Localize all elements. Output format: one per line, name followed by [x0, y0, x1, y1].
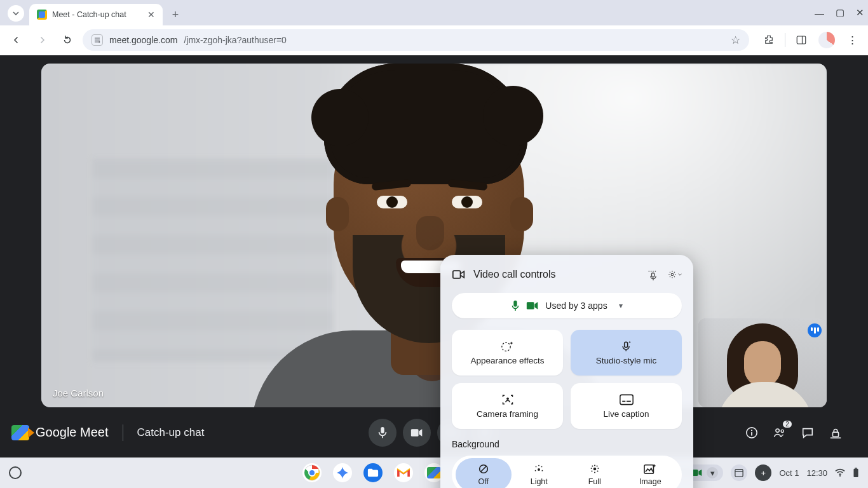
svg-point-25 [542, 470, 543, 471]
live-caption-card[interactable]: Live caption [571, 383, 682, 429]
toggle-camera-button[interactable] [403, 419, 431, 447]
nav-forward-button[interactable] [32, 30, 52, 50]
svg-rect-15 [620, 395, 632, 404]
chevron-down-icon: ▾ [707, 467, 718, 478]
svg-point-22 [538, 465, 539, 466]
svg-point-14 [506, 397, 509, 400]
svg-rect-11 [527, 302, 534, 309]
svg-point-32 [594, 471, 595, 473]
studio-mic-card[interactable]: Studio-style mic [571, 330, 682, 376]
mic-icon [377, 426, 388, 439]
extensions-button[interactable] [759, 30, 778, 50]
option-label: Light [531, 477, 548, 486]
tray-calendar-button[interactable] [731, 464, 747, 481]
svg-point-20 [538, 468, 540, 471]
settings-button[interactable] [668, 268, 682, 281]
svg-point-28 [596, 466, 597, 467]
bg-option-off[interactable]: Off [456, 458, 512, 488]
mute-mic-button[interactable] [369, 419, 397, 447]
self-view-tile[interactable]: u [698, 318, 827, 407]
sidepanel-button[interactable] [792, 30, 811, 50]
tab-search-button[interactable] [8, 5, 24, 22]
camera-icon [410, 428, 423, 437]
browser-tab[interactable]: Meet - Catch-up chat ✕ [29, 4, 163, 25]
device-status-text: Used by 3 apps [545, 301, 607, 311]
arrow-left-icon [11, 34, 22, 46]
reload-icon [62, 34, 73, 46]
chat-button[interactable] [801, 426, 815, 440]
off-icon [478, 463, 489, 475]
app-files[interactable] [363, 463, 383, 482]
meet-icon [427, 467, 441, 478]
meet-brand: Google Meet Catch-up chat [0, 424, 204, 441]
people-button[interactable]: 2 [773, 426, 787, 440]
meeting-info-button[interactable] [745, 426, 759, 440]
bg-option-image[interactable]: Image [623, 458, 679, 488]
panel-icon [796, 34, 807, 46]
url-host: meet.google.com [109, 35, 177, 45]
card-label: Appearance effects [470, 356, 544, 365]
tray-add-button[interactable]: + [755, 464, 771, 481]
background-section-label: Background [452, 439, 682, 449]
profile-avatar-button[interactable] [817, 30, 836, 50]
camera-tray-icon [691, 469, 703, 477]
site-settings-icon[interactable] [92, 34, 103, 46]
app-chrome[interactable] [302, 463, 322, 482]
gear-icon [668, 269, 677, 280]
image-add-icon [644, 463, 656, 475]
omnibox[interactable]: meet.google.com/jmx-zgoh-jka?authuser=0 … [83, 29, 749, 51]
card-label: Live caption [603, 409, 649, 419]
meet-logo-icon [11, 425, 29, 440]
svg-point-23 [541, 466, 543, 468]
option-label: Full [588, 477, 601, 486]
sparkle-icon [336, 466, 349, 480]
nav-back-button[interactable] [6, 30, 27, 50]
battery-icon[interactable] [853, 468, 859, 478]
card-label: Studio-style mic [596, 356, 656, 365]
host-controls-button[interactable] [829, 426, 843, 440]
svg-point-33 [597, 471, 598, 472]
camera-active-icon [526, 301, 539, 310]
mic-dots-icon [647, 268, 660, 281]
bookmark-star-button[interactable]: ☆ [731, 34, 740, 47]
panel-title: Video call controls [473, 269, 556, 280]
svg-rect-16 [622, 400, 625, 402]
tray-date[interactable]: Oct 1 [779, 468, 799, 478]
svg-rect-54 [853, 469, 858, 477]
svg-rect-51 [735, 470, 743, 477]
device-status-pill[interactable]: Used by 3 apps ▾ [452, 293, 682, 318]
chrome-menu-button[interactable]: ⋮ [843, 30, 862, 50]
camera-framing-card[interactable]: Camera framing [452, 383, 563, 429]
svg-point-27 [594, 465, 595, 466]
app-gemini[interactable] [333, 463, 352, 482]
frame-person-icon [501, 394, 514, 405]
chat-icon [801, 426, 814, 439]
window-minimize-button[interactable]: — [815, 8, 824, 18]
svg-rect-37 [411, 429, 419, 437]
launcher-button[interactable] [9, 466, 22, 479]
chevron-down-icon: ▾ [619, 301, 623, 310]
svg-point-5 [651, 271, 652, 272]
appearance-effects-card[interactable]: Appearance effects [452, 330, 563, 376]
bg-option-full[interactable]: Full [567, 458, 623, 488]
svg-point-40 [751, 430, 752, 431]
nav-reload-button[interactable] [57, 30, 78, 50]
new-tab-button[interactable]: + [166, 6, 184, 24]
window-maximize-button[interactable]: ▢ [836, 7, 844, 18]
tab-close-button[interactable]: ✕ [147, 10, 155, 20]
tray-time[interactable]: 12:30 [806, 468, 827, 478]
mic-options-button[interactable] [646, 268, 660, 281]
app-gmail[interactable] [394, 463, 413, 482]
tab-title: Meet - Catch-up chat [52, 10, 126, 19]
svg-point-4 [649, 271, 650, 272]
speaking-indicator-icon [808, 323, 822, 337]
info-icon [745, 426, 758, 439]
wifi-icon[interactable] [835, 468, 845, 477]
mic-sparkle-icon [620, 341, 633, 352]
bg-option-light[interactable]: Light [512, 458, 567, 488]
svg-rect-1 [797, 36, 806, 44]
people-icon [773, 426, 787, 439]
svg-rect-41 [751, 432, 752, 435]
window-close-button[interactable]: ✕ [856, 7, 864, 18]
svg-point-12 [501, 342, 510, 351]
